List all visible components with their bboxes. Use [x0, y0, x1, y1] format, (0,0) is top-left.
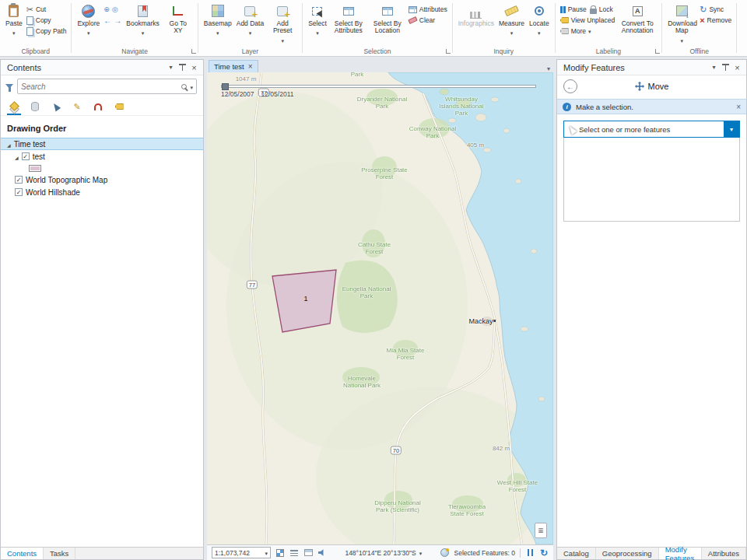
- layer-checkbox[interactable]: [15, 188, 23, 196]
- list-by-data-source-button[interactable]: [28, 100, 42, 115]
- feature-select-dropdown[interactable]: Select one or more features: [563, 121, 740, 138]
- list-by-drawing-order-button[interactable]: [7, 100, 21, 115]
- time-slider-handle[interactable]: [222, 83, 229, 90]
- expander-icon[interactable]: [7, 140, 11, 149]
- modify-panel-title: Modify Features: [563, 63, 708, 72]
- previous-extent-icon[interactable]: [103, 16, 111, 25]
- tab-geoprocessing[interactable]: Geoprocessing: [596, 548, 659, 559]
- infographics-button[interactable]: Infographics: [456, 2, 496, 29]
- pause-drawing-button[interactable]: [525, 548, 535, 558]
- tab-list-caret[interactable]: [547, 63, 550, 72]
- bookmarks-button[interactable]: Bookmarks: [124, 2, 162, 38]
- select-by-location-button[interactable]: Select By Location: [368, 2, 407, 37]
- contents-panel-close-icon[interactable]: [188, 61, 200, 73]
- next-extent-icon[interactable]: [114, 16, 121, 25]
- select-cursor-icon: [567, 124, 577, 135]
- paste-button[interactable]: Paste: [3, 2, 25, 38]
- add-data-button[interactable]: Add Data: [234, 2, 266, 38]
- audio-button[interactable]: [317, 548, 327, 558]
- tab-attributes[interactable]: Attributes: [702, 548, 746, 559]
- list-by-selection-button[interactable]: [49, 100, 63, 115]
- tab-close-icon[interactable]: [248, 62, 253, 71]
- copy-path-button[interactable]: Copy Path: [25, 26, 68, 37]
- tab-modify-features[interactable]: Modify Features: [659, 548, 702, 559]
- measure-button[interactable]: Measure: [496, 2, 527, 38]
- ribbon-group-labeling: Pause Lock View Unplaced More: [556, 0, 662, 56]
- list-by-labeling-button[interactable]: [112, 100, 126, 115]
- convert-to-annotation-button[interactable]: Convert To Annotation: [616, 2, 658, 37]
- info-close-icon[interactable]: [736, 103, 741, 111]
- time-slider-track[interactable]: [221, 85, 536, 88]
- remove-button[interactable]: Remove: [698, 15, 733, 26]
- tree-item-map[interactable]: Time test: [1, 138, 203, 150]
- explore-button[interactable]: Explore: [75, 2, 102, 38]
- coordinates-caret[interactable]: [419, 549, 423, 557]
- tree-item-layer-hillshade[interactable]: World Hillshade: [1, 186, 203, 198]
- info-icon: [563, 103, 571, 111]
- layer-checkbox[interactable]: [15, 176, 23, 184]
- layer-checkbox[interactable]: [22, 152, 30, 160]
- snapping-toggle[interactable]: [275, 548, 285, 558]
- scale-combo[interactable]: 1:1,073,742: [212, 547, 271, 558]
- infographics-icon: [470, 12, 482, 19]
- map-canvas[interactable]: Park1047 mDryander National ParkWhitsund…: [207, 72, 553, 544]
- tree-item-layer-topographic[interactable]: World Topographic Map: [1, 173, 203, 186]
- more-labeling-button[interactable]: More: [559, 26, 617, 37]
- basemap-button[interactable]: Basemap: [202, 2, 234, 38]
- download-map-button[interactable]: Download Map: [665, 2, 698, 46]
- paste-icon: [9, 5, 19, 17]
- dropdown-caret-button[interactable]: [724, 121, 739, 137]
- contents-search-box[interactable]: [17, 79, 197, 94]
- expander-icon[interactable]: [15, 152, 19, 161]
- select-by-attributes-button[interactable]: Select By Attributes: [329, 2, 368, 37]
- select-button[interactable]: Select: [306, 2, 329, 38]
- sync-button[interactable]: Sync: [698, 4, 733, 15]
- list-by-editing-button[interactable]: [70, 100, 84, 115]
- tab-tasks[interactable]: Tasks: [44, 548, 75, 559]
- legend-swatch: [29, 165, 41, 172]
- attributes-button[interactable]: Attributes: [407, 4, 449, 15]
- go-to-xy-button[interactable]: Go To XY: [162, 2, 195, 37]
- selected-features-button[interactable]: [440, 548, 450, 558]
- search-options-caret[interactable]: [190, 82, 193, 91]
- selection-dialog-launcher[interactable]: [446, 49, 451, 54]
- pause-labeling-button[interactable]: Pause: [559, 4, 588, 15]
- locate-button[interactable]: Locate: [527, 2, 552, 38]
- modify-panel-pin-icon[interactable]: [720, 61, 731, 73]
- tab-contents[interactable]: Contents: [1, 548, 44, 559]
- map-view-tab[interactable]: Time test: [209, 60, 258, 72]
- inquiry-group-label: Inquiry: [453, 47, 555, 55]
- navigate-dialog-launcher[interactable]: [191, 49, 196, 54]
- labeling-dialog-launcher[interactable]: [655, 49, 660, 54]
- bookmarks-dropdown-caret: [142, 27, 145, 37]
- tab-catalog[interactable]: Catalog: [557, 548, 596, 559]
- fixed-zoom-icon[interactable]: [112, 5, 118, 13]
- attribute-table-button[interactable]: [303, 548, 313, 558]
- map-overview-button[interactable]: [535, 523, 547, 538]
- clear-button[interactable]: Clear: [407, 15, 449, 26]
- layer-list-button[interactable]: [289, 548, 299, 558]
- filter-icon[interactable]: [5, 84, 13, 89]
- refresh-button[interactable]: [539, 548, 549, 558]
- view-unplaced-button[interactable]: View Unplaced: [559, 15, 617, 26]
- selection-list-box[interactable]: [563, 138, 740, 222]
- modify-panel-close-icon[interactable]: [731, 61, 743, 73]
- selected-features-count: Selected Features: 0: [454, 549, 515, 557]
- tree-item-layer-test[interactable]: test: [1, 150, 203, 163]
- contents-panel-menu-caret[interactable]: [165, 61, 177, 73]
- add-preset-button[interactable]: Add Preset: [266, 2, 299, 46]
- contents-panel-pin-icon[interactable]: [177, 61, 188, 73]
- download-map-dropdown-caret: [680, 35, 683, 44]
- copy-button[interactable]: Copy: [25, 15, 68, 26]
- offline-group-label: Offline: [662, 47, 736, 55]
- modify-panel-menu-caret[interactable]: [708, 61, 720, 73]
- selected-features-icon: [440, 548, 449, 557]
- full-extent-icon[interactable]: [103, 5, 110, 13]
- contents-search-input[interactable]: [21, 82, 178, 91]
- lock-labeling-button[interactable]: Lock: [588, 4, 615, 15]
- time-slider[interactable]: 12/05/2007 12/05/2011: [221, 85, 536, 98]
- cut-button[interactable]: Cut: [25, 4, 68, 15]
- back-button[interactable]: [563, 79, 577, 93]
- more-icon: [560, 28, 569, 34]
- list-by-snapping-button[interactable]: [91, 100, 105, 115]
